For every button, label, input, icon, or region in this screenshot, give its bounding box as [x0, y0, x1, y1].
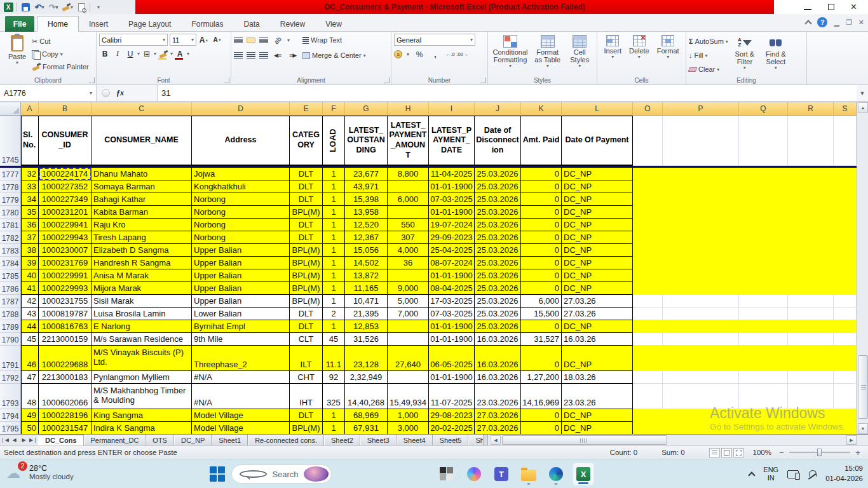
row-header-1788[interactable]: 1788 [0, 308, 21, 320]
empty-cell[interactable] [633, 371, 663, 384]
column-header-G[interactable]: G [345, 102, 388, 116]
column-header-D[interactable]: D [192, 102, 290, 116]
cell-H1777[interactable]: 8,800 [388, 168, 429, 180]
cell-D1790[interactable]: 9th Mile [192, 333, 290, 346]
empty-cell[interactable] [663, 116, 739, 166]
column-header-Q[interactable]: Q [739, 102, 788, 116]
scroll-left-icon[interactable]: ◀ [491, 435, 501, 445]
empty-cell[interactable] [739, 231, 788, 244]
empty-cell[interactable] [633, 257, 663, 269]
page-layout-view-icon[interactable] [721, 448, 732, 458]
empty-cell[interactable] [739, 116, 788, 166]
column-header-A[interactable]: A [21, 102, 39, 116]
sheet-tab-sheet2[interactable]: Sheet2 [324, 435, 360, 445]
cell-A1783[interactable]: 38 [21, 244, 39, 257]
cell-L1778[interactable]: DC_NP [562, 180, 633, 193]
tab-view[interactable]: View [315, 16, 352, 32]
column-header-O[interactable]: O [633, 102, 663, 116]
cell-B1782[interactable]: 1000229943 [39, 231, 92, 244]
cell-J1779[interactable]: 25.03.2026 [475, 193, 521, 206]
cell-I1794[interactable]: 29-08-2023 [429, 409, 475, 422]
cell-C1780[interactable]: Kabita Barman [92, 206, 192, 219]
fx-icon[interactable]: ƒx [116, 88, 124, 98]
cell-A1788[interactable]: 43 [21, 308, 39, 320]
scroll-right-icon[interactable]: ▶ [846, 435, 857, 445]
format-painter-button[interactable]: Format Painter [32, 60, 89, 73]
scroll-down-icon[interactable]: ▼ [858, 423, 868, 434]
cell-C1785[interactable]: Anisa M Marak [92, 269, 192, 282]
comma-icon[interactable]: , [430, 48, 441, 60]
cell-H1793[interactable]: 15,49,934 [388, 384, 429, 409]
taskbar-app-teams[interactable]: T [491, 463, 512, 485]
sheet-tab-dc-np[interactable]: DC_NP [174, 435, 212, 445]
cell-K1792[interactable]: 1,27,200 [521, 371, 562, 384]
sheet-tab-ots[interactable]: OTS [146, 435, 174, 445]
cell-C1779[interactable]: Bahagi Kathar [92, 193, 192, 206]
cell-I1783[interactable]: 25-04-2025 [429, 244, 475, 257]
vertical-scroll-thumb[interactable] [858, 355, 868, 419]
cell-E1783[interactable]: BPL(M) [290, 244, 323, 257]
cell-C1781[interactable]: Raju Kro [92, 219, 192, 231]
empty-cell[interactable] [834, 320, 857, 333]
column-header-H[interactable]: H [388, 102, 429, 116]
cell-A1787[interactable]: 42 [21, 295, 39, 308]
zoom-level[interactable]: 100% [753, 449, 771, 456]
empty-cell[interactable] [663, 269, 739, 282]
next-sheet-icon[interactable]: ▶ [19, 435, 29, 445]
cell-K1777[interactable]: 0 [521, 168, 562, 180]
cell-K1793[interactable]: 14,16,969 [521, 384, 562, 409]
cell-B1789[interactable]: 1000816763 [39, 320, 92, 333]
empty-cell[interactable] [834, 168, 857, 180]
insert-cells-button[interactable]: Insert▾ [601, 34, 624, 76]
font-size-combo[interactable]: 11▾ [170, 34, 196, 46]
cell-D1784[interactable]: Upper Balian [192, 257, 290, 269]
cell-C1778[interactable]: Somaya Barman [92, 180, 192, 193]
column-header-C[interactable]: C [92, 102, 192, 116]
cell-A1781[interactable]: 36 [21, 219, 39, 231]
name-box[interactable]: A1776 ▾ [0, 85, 97, 101]
cell-E1795[interactable]: BPL(M) [290, 422, 323, 434]
cell-K1779[interactable]: 0 [521, 193, 562, 206]
cell-D1794[interactable]: Model Village [192, 409, 290, 422]
empty-cell[interactable] [739, 422, 788, 434]
help-icon[interactable]: ? [817, 17, 827, 27]
sheet-tab-dc-cons[interactable]: DC_Cons [38, 435, 84, 445]
row-header-1783[interactable]: 1783 [0, 244, 21, 257]
find-select-button[interactable]: Find & Select▾ [761, 34, 790, 76]
empty-cell[interactable] [834, 206, 857, 219]
cell-E1791[interactable]: ILT [290, 346, 323, 371]
cell-H1794[interactable]: 1,000 [388, 409, 429, 422]
cell-C1795[interactable]: Indira K Sangma [92, 422, 192, 434]
minimize-button[interactable] [804, 9, 811, 10]
cell-G1785[interactable]: 13,872 [345, 269, 388, 282]
sheet-tab-she[interactable]: She [468, 435, 483, 445]
cell-L1782[interactable]: DC_NP [562, 231, 633, 244]
cell-L1785[interactable]: DC_NP [562, 269, 633, 282]
cell-E1793[interactable]: IHT [290, 384, 323, 409]
empty-cell[interactable] [788, 193, 834, 206]
cell-I1784[interactable]: 08-07-2024 [429, 257, 475, 269]
sheet-tab-re-connected-cons-[interactable]: Re-connected cons. [248, 435, 324, 445]
format-cells-button[interactable]: Format▾ [654, 34, 682, 76]
clear-button[interactable]: Clear▾ [689, 63, 728, 76]
cell-C1793[interactable]: M/S Makhanbhog Timber & Moulding [92, 384, 192, 409]
empty-cell[interactable] [663, 320, 739, 333]
row-header-1781[interactable]: 1781 [0, 219, 21, 231]
empty-cell[interactable] [834, 116, 857, 166]
header-cell-I1745[interactable]: LATEST_PAYMENT_DATE [429, 116, 475, 166]
empty-cell[interactable] [834, 371, 857, 384]
cell-D1787[interactable]: Upper Balian [192, 295, 290, 308]
empty-cell[interactable] [663, 422, 739, 434]
start-button[interactable] [210, 466, 225, 482]
cell-F1794[interactable]: 1 [323, 409, 345, 422]
empty-cell[interactable] [739, 409, 788, 422]
cell-D1785[interactable]: Upper Balian [192, 269, 290, 282]
cell-G1789[interactable]: 12,853 [345, 320, 388, 333]
cell-J1786[interactable]: 25.03.2026 [475, 282, 521, 295]
cell-L1779[interactable]: DC_NP [562, 193, 633, 206]
cell-K1780[interactable]: 0 [521, 206, 562, 219]
cell-J1789[interactable]: 25.03.2026 [475, 320, 521, 333]
empty-cell[interactable] [834, 308, 857, 320]
cell-F1788[interactable]: 2 [323, 308, 345, 320]
empty-cell[interactable] [739, 193, 788, 206]
